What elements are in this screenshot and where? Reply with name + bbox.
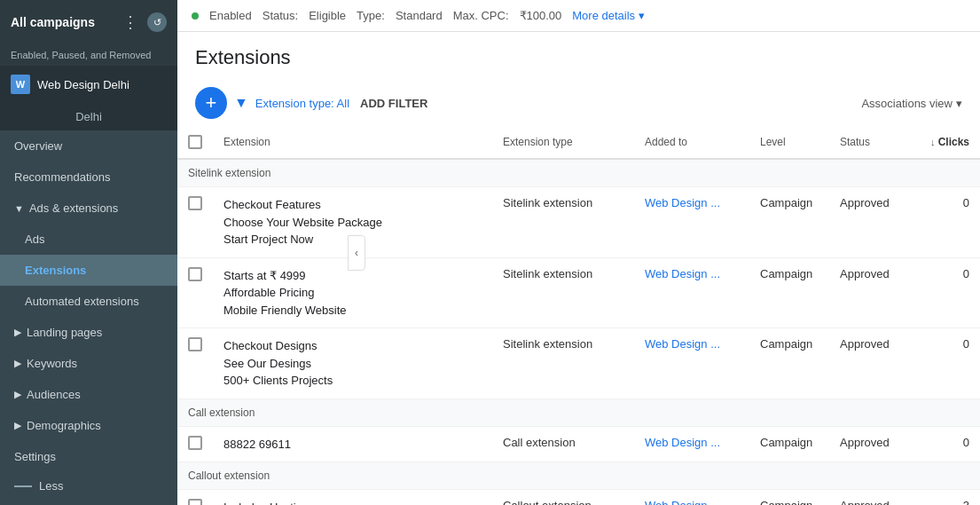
sidebar: All campaigns ⋮ ↺ Enabled, Paused, and R… <box>0 0 177 505</box>
extension-text: 88822 69611 <box>223 438 291 451</box>
extensions-table: Extension Extension type Added to Level <box>177 126 980 505</box>
row-checkbox-cell <box>177 328 213 399</box>
level-value: Campaign <box>760 196 812 209</box>
row-checkbox[interactable] <box>188 267 202 281</box>
sort-arrow-icon: ↓ <box>930 137 938 147</box>
sidebar-item-landing-pages[interactable]: ▶ Landing pages <box>0 317 177 348</box>
sidebar-account[interactable]: W Web Design Delhi <box>0 66 177 103</box>
sidebar-item-extensions[interactable]: Extensions <box>0 255 177 286</box>
added-to-link[interactable]: Web Design ... <box>645 499 720 505</box>
clicks-value: 3 <box>963 499 969 505</box>
status-value: Approved <box>840 436 890 449</box>
th-clicks: ↓ Clicks <box>909 126 980 159</box>
campaign-name[interactable]: Delhi <box>0 103 177 130</box>
added-to-cell: Web Design ... <box>634 257 749 328</box>
sidebar-status: Enabled, Paused, and Removed <box>0 44 177 66</box>
table-section-header: Call extension <box>177 398 980 426</box>
sidebar-collapse-button[interactable]: ‹ <box>348 235 365 271</box>
added-to-cell: Web Design ... <box>634 187 749 258</box>
more-details-link[interactable]: More details ▾ <box>572 9 645 22</box>
sidebar-less-separator[interactable]: Less <box>0 472 177 500</box>
status-cell: Approved <box>829 426 909 462</box>
sidebar-item-recommendations[interactable]: Recommendations <box>0 162 177 193</box>
toolbar: + ▼ Extension type: All ADD FILTER Assoc… <box>177 87 980 126</box>
sidebar-item-keywords[interactable]: ▶ Keywords <box>0 348 177 379</box>
sidebar-item-ads-extensions[interactable]: ▼ Ads & extensions <box>0 193 177 224</box>
added-to-link[interactable]: Web Design ... <box>645 436 720 449</box>
clicks-value: 0 <box>963 436 969 449</box>
add-extension-button[interactable]: + <box>195 87 227 119</box>
sidebar-item-ads[interactable]: Ads <box>0 224 177 255</box>
added-to-link[interactable]: Web Design ... <box>645 196 720 209</box>
select-all-checkbox[interactable] <box>188 135 202 149</box>
section-header-cell: Call extension <box>177 398 980 426</box>
row-checkbox-cell <box>177 426 213 462</box>
topbar-status: Enabled <box>209 9 252 22</box>
history-icon[interactable]: ↺ <box>147 12 167 32</box>
page-title: Extensions <box>195 46 962 69</box>
clicks-cell: 0 <box>909 426 980 462</box>
table-row: Starts at ₹ 4999Affordable PricingMobile… <box>177 257 980 328</box>
associations-view-button[interactable]: Associations view ▾ <box>861 97 962 110</box>
level-cell: Campaign <box>749 257 829 328</box>
ext-type-value: Callout extension <box>503 499 592 505</box>
content-header: Extensions <box>177 32 980 87</box>
clicks-cell: 3 <box>909 490 980 506</box>
table-header-row: Extension Extension type Added to Level <box>177 126 980 159</box>
level-cell: Campaign <box>749 187 829 258</box>
level-cell: Campaign <box>749 426 829 462</box>
th-added-to: Added to <box>634 126 749 159</box>
clicks-value: 0 <box>963 267 969 280</box>
sidebar-item-audiences[interactable]: ▶ Audiences <box>0 379 177 410</box>
sidebar-item-demographics[interactable]: ▶ Demographics <box>0 410 177 441</box>
row-checkbox-cell <box>177 187 213 258</box>
row-checkbox[interactable] <box>188 499 202 505</box>
th-extension-type: Extension type <box>492 126 634 159</box>
filter-icon[interactable]: ▼ <box>234 95 248 111</box>
th-status: Status <box>829 126 909 159</box>
all-campaigns-label[interactable]: All campaigns <box>11 15 95 29</box>
status-cell: Approved <box>829 490 909 506</box>
status-value: Approved <box>840 267 890 280</box>
level-cell: Campaign <box>749 328 829 399</box>
row-checkbox[interactable] <box>188 337 202 351</box>
section-header-cell: Sitelink extension <box>177 159 980 187</box>
chevron-down-icon: ▾ <box>639 9 645 22</box>
added-to-link[interactable]: Web Design ... <box>645 267 720 280</box>
topbar-maxcpc-label: Max. CPC: <box>453 9 509 22</box>
sidebar-header-icons: ⋮ ↺ <box>122 12 167 32</box>
sidebar-item-settings[interactable]: Settings <box>0 441 177 472</box>
sidebar-item-devices[interactable]: Devices <box>0 500 177 505</box>
row-checkbox[interactable] <box>188 436 202 450</box>
add-filter-button[interactable]: ADD FILTER <box>360 97 427 110</box>
level-value: Campaign <box>760 436 812 449</box>
added-to-cell: Web Design ... <box>634 490 749 506</box>
chevron-down-icon: ▾ <box>956 97 962 110</box>
account-icon: W <box>11 75 30 94</box>
account-name: Web Design Delhi <box>37 78 129 91</box>
extension-text: Checkout DesignsSee Our Desings500+ Clie… <box>223 339 333 387</box>
topbar: Enabled Status: Eligible Type: Standard … <box>177 0 980 32</box>
sidebar-item-automated-extensions[interactable]: Automated extensions <box>0 286 177 317</box>
topbar-maxcpc-value: ₹100.00 <box>520 9 562 22</box>
status-cell: Approved <box>829 187 909 258</box>
extension-text: Includes Hosting <box>223 501 309 505</box>
added-to-link[interactable]: Web Design ... <box>645 337 720 351</box>
ext-type-cell: Callout extension <box>492 490 634 506</box>
topbar-status-value: Eligible <box>309 9 346 22</box>
status-value: Approved <box>840 196 890 209</box>
topbar-type-label: Type: <box>357 9 385 22</box>
table-section-header: Sitelink extension <box>177 159 980 187</box>
more-options-icon[interactable]: ⋮ <box>122 12 138 32</box>
clicks-cell: 0 <box>909 187 980 258</box>
row-checkbox[interactable] <box>188 196 202 210</box>
ext-type-cell: Sitelink extension <box>492 328 634 399</box>
clicks-cell: 0 <box>909 257 980 328</box>
row-checkbox-cell <box>177 257 213 328</box>
sidebar-item-overview[interactable]: Overview <box>0 130 177 162</box>
extension-type-filter[interactable]: Extension type: All <box>255 97 349 110</box>
ext-type-cell: Sitelink extension <box>492 257 634 328</box>
extensions-table-container: Extension Extension type Added to Level <box>177 126 980 505</box>
ext-type-value: Call extension <box>503 436 576 449</box>
th-extension: Extension <box>213 126 492 159</box>
